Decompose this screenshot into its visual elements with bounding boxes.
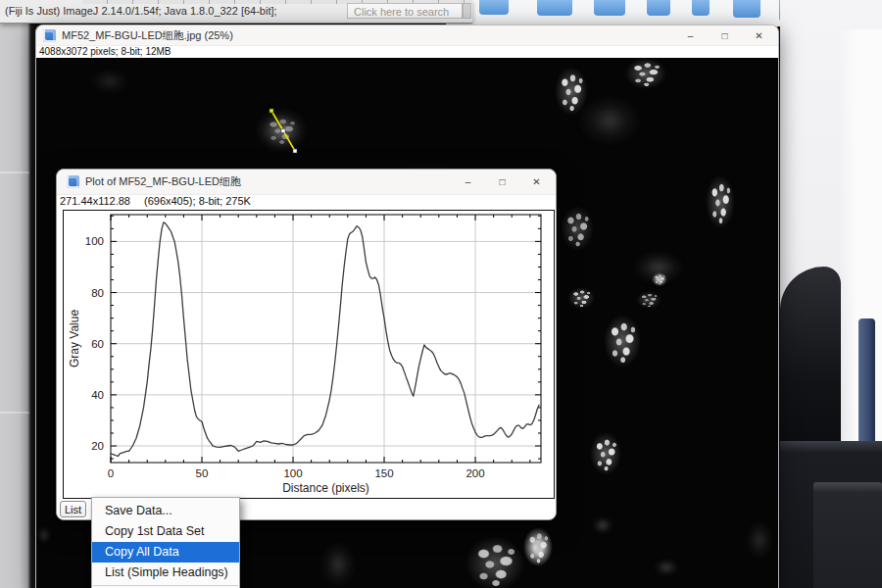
y-tick-label: 40: [91, 389, 104, 401]
search-side-button[interactable]: [463, 3, 471, 19]
logo-letter-fragment: [479, 0, 509, 15]
y-axis-label: Gray Value: [68, 310, 81, 368]
menu-item-list-simple-headings[interactable]: List (Simple Headings): [92, 563, 239, 583]
plot-image-info: (696x405); 8-bit; 275K: [144, 195, 251, 207]
search-input[interactable]: Click here to search: [347, 3, 463, 19]
y-tick-label: 20: [91, 440, 104, 452]
plot-window-title: Plot of MF52_MF-BGU-LED细胞: [85, 174, 241, 189]
dark-object: [780, 267, 841, 458]
x-axis-label: Distance (pixels): [282, 481, 369, 495]
photo-right: [780, 0, 882, 588]
profile-plot: 05010015020020406080100Distance (pixels)…: [64, 211, 554, 498]
menu-item-copy-1st-data-set[interactable]: Copy 1st Data Set: [92, 521, 239, 542]
close-icon[interactable]: ✕: [742, 25, 776, 45]
plot-window: Plot of MF52_MF-BGU-LED细胞 – □ ✕ 271.44x1…: [56, 169, 557, 520]
logo-letter-fragment: [733, 0, 760, 18]
x-tick-label: 150: [374, 467, 393, 479]
x-tick-label: 200: [466, 467, 484, 479]
fiji-main-window: (Fiji Is Just) ImageJ 2.14.0/1.54f; Java…: [0, 0, 472, 24]
search-placeholder: Click here to search: [354, 6, 449, 18]
close-icon[interactable]: ✕: [519, 170, 554, 194]
plot-canvas[interactable]: 05010015020020406080100Distance (pixels)…: [63, 210, 555, 499]
wall-seam: [0, 172, 29, 173]
photo-wall-left: [0, 0, 35, 588]
plot-window-titlebar[interactable]: Plot of MF52_MF-BGU-LED细胞 – □ ✕: [57, 170, 556, 195]
minimize-icon[interactable]: –: [451, 170, 485, 194]
y-tick-label: 80: [91, 287, 104, 299]
menu-separator: [93, 585, 238, 586]
plot-list-context-menu: Save Data...Copy 1st Data SetCopy All Da…: [91, 497, 240, 588]
y-tick-label: 100: [85, 235, 104, 247]
imagej-icon: [67, 175, 79, 188]
wall-seam: [0, 412, 29, 414]
image-window-titlebar[interactable]: MF52_MF-BGU-LED细胞.jpg (25%) – □ ✕: [36, 25, 778, 46]
selection-handle: [270, 109, 273, 113]
logo-letter-fragment: [647, 0, 670, 16]
x-tick-label: 0: [108, 467, 114, 479]
maximize-icon[interactable]: □: [708, 25, 742, 45]
list-button[interactable]: List: [60, 501, 86, 517]
menu-item-save-data[interactable]: Save Data...: [92, 501, 239, 521]
fiji-status-text: (Fiji Is Just) ImageJ 2.14.0/1.54f; Java…: [5, 5, 277, 17]
selection-handle: [281, 129, 285, 133]
logo-letter-fragment: [594, 0, 625, 16]
desk-panel: [813, 482, 882, 588]
logo-letter-fragment: [692, 0, 710, 16]
x-tick-label: 50: [196, 467, 209, 479]
minimize-icon[interactable]: –: [673, 25, 708, 45]
imagej-icon: [43, 29, 56, 42]
logo-letter-fragment: [537, 0, 572, 16]
image-window-title: MF52_MF-BGU-LED细胞.jpg (25%): [62, 28, 233, 43]
plot-status: 271.44x112.88(696x405); 8-bit; 275K: [57, 195, 556, 209]
menu-item-copy-all-data[interactable]: Copy All Data: [92, 542, 239, 563]
maximize-icon[interactable]: □: [485, 170, 519, 194]
x-tick-label: 100: [283, 467, 302, 479]
screen: (Fiji Is Just) ImageJ 2.14.0/1.54f; Java…: [0, 0, 882, 588]
plot-cursor-coords: 271.44x112.88: [60, 195, 130, 207]
selection-handle: [293, 149, 297, 153]
y-tick-label: 60: [91, 338, 104, 350]
